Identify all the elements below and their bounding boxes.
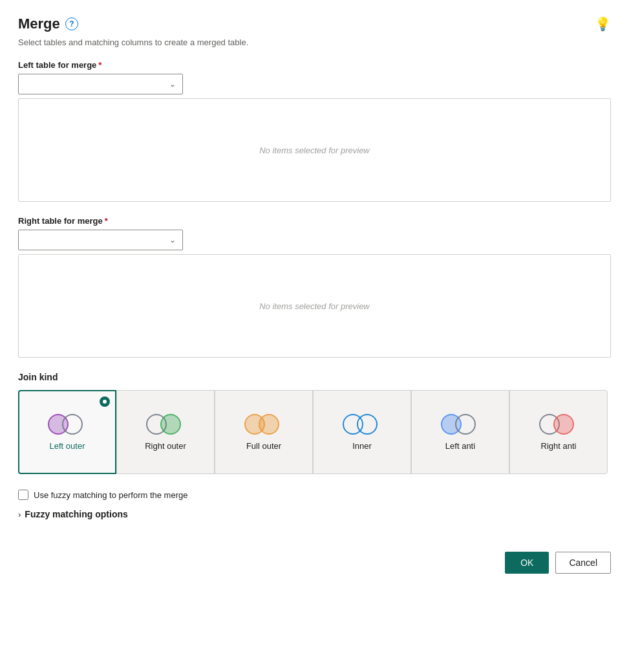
left-table-preview: No items selected for preview [18,98,611,202]
join-options: Left outer Right outer Full outer Inner … [18,390,611,474]
left-anti-label: Left anti [445,441,475,452]
page-title: Merge [18,16,60,32]
inner-label: Inner [352,441,372,452]
inner-venn [343,413,381,436]
chevron-right-icon: › [18,510,21,519]
join-left-outer[interactable]: Left outer [18,390,116,474]
join-right-anti[interactable]: Right anti [509,390,608,474]
left-table-preview-text: No items selected for preview [259,146,370,155]
right-anti-label: Right anti [541,441,577,452]
fuzzy-checkbox-label[interactable]: Use fuzzy matching to perform the merge [34,490,187,500]
subtitle: Select tables and matching columns to cr… [18,38,611,47]
dialog-header: Merge ? 💡 [18,16,611,32]
fuzzy-checkbox[interactable] [18,490,28,500]
right-table-dropdown[interactable]: ⌄ [18,230,183,250]
full-outer-label: Full outer [246,441,281,452]
ok-button[interactable]: OK [505,552,549,574]
left-outer-venn [48,413,87,436]
fuzzy-options-label: Fuzzy matching options [25,509,127,519]
fuzzy-check-row: Use fuzzy matching to perform the merge [18,490,611,500]
right-outer-venn [146,413,185,436]
full-outer-venn [244,413,283,436]
selected-indicator [100,396,110,407]
title-row: Merge ? [18,16,78,32]
join-inner[interactable]: Inner [313,390,411,474]
left-table-chevron-icon: ⌄ [169,80,176,89]
left-outer-label: Left outer [50,441,85,452]
lightbulb-icon[interactable]: 💡 [595,16,611,32]
join-full-outer[interactable]: Full outer [215,390,313,474]
join-left-anti[interactable]: Left anti [411,390,509,474]
help-icon[interactable]: ? [65,17,78,30]
left-anti-venn [441,413,480,436]
footer: OK Cancel [18,545,611,574]
cancel-button[interactable]: Cancel [555,552,611,574]
left-table-dropdown[interactable]: ⌄ [18,74,183,94]
right-table-preview-text: No items selected for preview [259,301,370,311]
right-table-label: Right table for merge* [18,216,611,226]
join-kind-label: Join kind [18,372,611,382]
join-right-outer[interactable]: Right outer [116,390,215,474]
right-outer-label: Right outer [145,441,186,452]
fuzzy-options-row[interactable]: › Fuzzy matching options [18,509,611,519]
right-table-chevron-icon: ⌄ [169,235,176,244]
left-table-label: Left table for merge* [18,60,611,70]
right-anti-venn [539,413,578,436]
right-table-preview: No items selected for preview [18,254,611,358]
